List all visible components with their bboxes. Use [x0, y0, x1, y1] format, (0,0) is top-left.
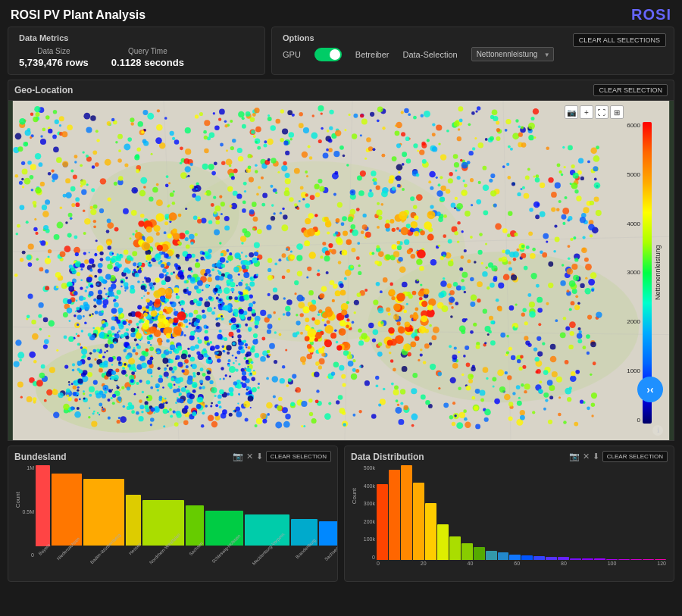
bar-item: Niedersachsen	[52, 465, 82, 558]
data-size-label: Data Size	[37, 47, 70, 55]
hist-bar[interactable]	[437, 524, 449, 561]
hist-bar[interactable]	[643, 559, 654, 560]
query-time-label: Query Time	[128, 47, 167, 55]
bar-item: Mecklenburg-Vorpom.	[245, 465, 289, 558]
bar-rect[interactable]	[186, 505, 203, 546]
bar-item: Schleswig-Holstein	[205, 465, 244, 558]
hist-bar[interactable]	[486, 551, 497, 561]
bar-rect[interactable]	[52, 474, 82, 546]
hist-bar[interactable]	[533, 556, 545, 560]
query-time-value: 0.1128 seconds	[111, 57, 184, 68]
dropdown-wrapper[interactable]: Nettonennleistung ▼	[471, 47, 554, 61]
map-toolbar: 📷 + ⛶ ⊞	[565, 105, 624, 119]
hist-bar[interactable]	[618, 559, 630, 560]
fullscreen-icon[interactable]: ⛶	[595, 105, 608, 119]
options-row: GPU Betreiber Data-Selection Nettonennle…	[283, 47, 663, 61]
gpu-toggle[interactable]	[314, 48, 342, 61]
clear-all-button[interactable]: CLEAR ALL SELECTIONS	[573, 33, 666, 47]
hist-bar[interactable]	[449, 536, 461, 560]
app-title: ROSI PV Plant Analysis	[11, 8, 145, 22]
y-tick-05m: 0.5M	[22, 509, 34, 514]
dist-y-200k: 200k	[364, 519, 375, 524]
dist-x-120: 120	[657, 561, 666, 571]
hist-bar[interactable]	[377, 484, 388, 560]
hist-bar[interactable]	[558, 557, 569, 560]
hist-bar[interactable]	[546, 557, 557, 560]
scale-label-1000: 1000	[627, 367, 640, 374]
bundesland-controls: 📷 ✕ ⬇ CLEAR SELECTION	[233, 451, 331, 462]
data-selection-dropdown[interactable]: Nettonennleistung	[471, 47, 554, 61]
hist-bar[interactable]	[425, 503, 436, 560]
camera-icon[interactable]: 📷	[565, 105, 578, 119]
hist-bar[interactable]	[655, 559, 666, 560]
y-tick-1m: 1M	[27, 465, 34, 471]
hist-bar[interactable]	[630, 559, 642, 560]
chevron-right-icon: ›‹	[646, 383, 653, 396]
map-dots-canvas	[8, 101, 668, 441]
scale-label-3000: 3000	[627, 269, 640, 276]
gpu-label: GPU	[283, 50, 301, 59]
camera-icon[interactable]: 📷	[233, 452, 243, 461]
hist-bar[interactable]	[461, 543, 473, 561]
hist-bar[interactable]	[521, 555, 533, 560]
scale-label-4000: 4000	[627, 220, 640, 227]
bundesland-title: Bundesland	[14, 452, 67, 462]
dist-x-60: 60	[514, 561, 520, 571]
camera-icon[interactable]: 📷	[569, 452, 580, 461]
data-selection-label: Data-Selection	[402, 50, 457, 59]
dist-x-40: 40	[468, 561, 474, 571]
bar-rect[interactable]	[319, 521, 338, 546]
map-section: Geo-Location CLEAR SELECTION	[8, 80, 674, 441]
hist-bar[interactable]	[413, 483, 424, 561]
bar-rect[interactable]	[36, 465, 50, 546]
bundesland-chart-area: 1M 0.5M 0 Count BayernNiedersachsenBaden…	[14, 465, 331, 571]
bundesland-header: Bundesland 📷 ✕ ⬇ CLEAR SELECTION	[14, 451, 331, 462]
hist-bar[interactable]	[389, 470, 400, 560]
dist-y-400k: 400k	[364, 483, 375, 489]
download-icon[interactable]: ⬇	[256, 452, 263, 461]
close-icon[interactable]: ✕	[246, 452, 253, 461]
bundesland-bars: BayernNiedersachsenBaden-WürttembergHess…	[36, 465, 330, 558]
dist-y-500k: 500k	[364, 465, 375, 471]
hist-bar[interactable]	[474, 547, 485, 561]
logo: ROSI	[631, 6, 671, 23]
dist-x-20: 20	[421, 561, 427, 571]
bar-rect[interactable]	[126, 495, 141, 546]
bar-item: Hessen	[126, 465, 141, 558]
hist-bar[interactable]	[509, 555, 521, 561]
bar-item: Nordrhein-Westfalen	[142, 465, 184, 558]
distribution-controls: 📷 ✕ ⬇ CLEAR SELECTION	[569, 451, 668, 462]
hist-bar[interactable]	[594, 558, 605, 561]
hist-bar[interactable]	[401, 465, 412, 560]
bottom-row: Bundesland 📷 ✕ ⬇ CLEAR SELECTION 1M 0.5M…	[0, 446, 682, 582]
scale-label-0: 0	[637, 417, 640, 424]
top-row: Data Metrics Data Size 5,739,476 rows Qu…	[0, 27, 682, 80]
hist-bar[interactable]	[606, 559, 618, 560]
zoom-in-button[interactable]: +	[580, 105, 593, 119]
distribution-clear-button[interactable]: CLEAR SELECTION	[602, 451, 668, 462]
scale-label-5000: 5000	[627, 171, 640, 178]
hist-bar[interactable]	[582, 558, 593, 561]
bundesland-clear-button[interactable]: CLEAR SELECTION	[266, 451, 331, 462]
dist-x-80: 80	[561, 561, 567, 571]
map-info-button[interactable]: ℹ	[652, 425, 663, 436]
scale-label-2000: 2000	[627, 318, 640, 325]
map-container[interactable]: 📷 + ⛶ ⊞ 6000 5000 4000 3000 2000 1000 0 …	[8, 100, 674, 441]
distribution-panel: Data Distribution 📷 ✕ ⬇ CLEAR SELECTION …	[344, 446, 674, 582]
download-icon[interactable]: ⬇	[593, 452, 599, 461]
grid-icon[interactable]: ⊞	[610, 105, 624, 119]
distribution-bars	[377, 465, 666, 560]
hist-bar[interactable]	[498, 552, 509, 560]
hist-bar[interactable]	[570, 558, 581, 561]
y-axis-label: Count	[14, 492, 21, 508]
metrics-panel: Data Metrics Data Size 5,739,476 rows Qu…	[8, 27, 265, 75]
close-icon[interactable]: ✕	[583, 452, 590, 461]
scale-label-6000: 6000	[627, 122, 640, 129]
toggle-knob	[330, 49, 340, 60]
bar-item: Sachsen	[186, 465, 203, 558]
nav-arrow-button[interactable]: ›‹	[637, 377, 663, 402]
dist-y-axis-label: Count	[351, 488, 358, 504]
map-clear-selection-button[interactable]: CLEAR SELECTION	[593, 84, 668, 96]
query-time-metric: Query Time 0.1128 seconds	[111, 47, 184, 68]
scale-labels: 6000 5000 4000 3000 2000 1000 0	[627, 122, 640, 424]
